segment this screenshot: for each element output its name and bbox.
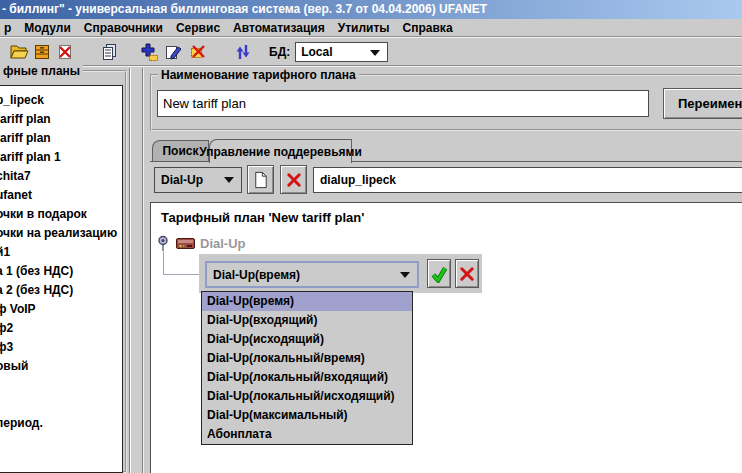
chevron-down-icon xyxy=(224,177,234,183)
menu-item-utilities[interactable]: Утилиты xyxy=(338,21,390,35)
delete-subtree-button[interactable] xyxy=(280,165,307,194)
list-item[interactable]: овый xyxy=(0,357,122,376)
tree-expand-handle-icon[interactable] xyxy=(156,234,171,252)
new-document-icon xyxy=(251,170,270,190)
list-item[interactable]: ф2 xyxy=(0,319,122,338)
window-title: - биллинг" - универсальная биллинговая с… xyxy=(2,2,487,16)
main-toolbar: БД: Local xyxy=(0,39,742,66)
modem-icon xyxy=(176,237,195,250)
tree-connector xyxy=(163,274,199,275)
node-type-select[interactable]: Dial-Up(время) xyxy=(205,261,419,288)
archive-icon xyxy=(32,42,52,62)
list-item[interactable]: а 1 (без НДС) xyxy=(0,262,122,281)
tariff-name-input[interactable] xyxy=(157,90,649,117)
node-type-selected-value: Dial-Up(время) xyxy=(213,268,300,282)
tree-connector xyxy=(163,252,164,274)
dropdown-option[interactable]: Dial-Up(максимальный) xyxy=(202,406,412,425)
list-item[interactable]: ф3 xyxy=(0,338,122,357)
db-label: БД: xyxy=(269,45,290,59)
dropdown-option[interactable]: Dial-Up(локальный/время) xyxy=(202,349,412,368)
db-selected-value: Local xyxy=(301,45,332,59)
menu-item-service[interactable]: Сервис xyxy=(176,21,220,35)
edit-icon xyxy=(163,42,183,62)
tariff-name-group-title: Наименование тарифного плана xyxy=(158,68,359,82)
menu-item-help[interactable]: Справка xyxy=(403,21,453,35)
dropdown-option[interactable]: Dial-Up(время) xyxy=(202,292,412,311)
list-item[interactable]: tariff plan xyxy=(0,129,122,148)
delete-button[interactable] xyxy=(54,41,76,63)
subtree-name-input[interactable] xyxy=(313,167,742,193)
list-item[interactable] xyxy=(0,376,122,395)
copy-icon xyxy=(99,42,119,62)
rename-button-label: Переимено xyxy=(678,96,742,111)
cancel-button[interactable] xyxy=(455,259,479,288)
list-item[interactable]: очки в подарок xyxy=(0,205,122,224)
menu-item-modules[interactable]: Модули xyxy=(24,21,70,35)
tree-node-dialup[interactable]: Dial-Up xyxy=(200,236,246,251)
copy-button[interactable] xyxy=(98,41,120,63)
add-button[interactable] xyxy=(138,41,160,63)
delete-x-icon xyxy=(285,171,303,189)
node-type-dropdown: Dial-Up(время) Dial-Up(входящий) Dial-Up… xyxy=(201,291,413,445)
dropdown-option[interactable]: Dial-Up(локальный/входящий) xyxy=(202,368,412,387)
list-item[interactable]: очки на реализацию xyxy=(0,224,122,243)
subtree-type-select[interactable]: Dial-Up xyxy=(154,167,242,193)
add-icon xyxy=(139,42,159,62)
list-item[interactable]: chita7 xyxy=(0,167,122,186)
dropdown-option[interactable]: Абонплата xyxy=(202,425,412,444)
open-icon xyxy=(9,42,29,62)
list-item[interactable]: ufanet xyxy=(0,186,122,205)
remove-button[interactable] xyxy=(186,41,208,63)
remove-icon xyxy=(187,42,207,62)
rename-button[interactable]: Переимено xyxy=(663,88,742,119)
tariff-plans-list[interactable]: p_lipeck tariff plan tariff plan tariff … xyxy=(0,85,123,473)
list-item[interactable]: а 2 (без НДС) xyxy=(0,281,122,300)
edit-button[interactable] xyxy=(162,41,184,63)
menu-item-directories[interactable]: Справочники xyxy=(84,21,163,35)
new-subtree-button[interactable] xyxy=(247,165,274,194)
list-item[interactable]: p_lipeck xyxy=(0,91,122,110)
list-item[interactable]: й1 xyxy=(0,243,122,262)
menu-item-automation[interactable]: Автоматизация xyxy=(233,21,325,35)
chevron-down-icon xyxy=(400,272,410,278)
list-item[interactable]: tariff plan xyxy=(0,110,122,129)
list-item[interactable]: период. xyxy=(0,414,122,433)
confirm-check-icon xyxy=(430,265,448,283)
tab-subtree-management-label: Управление поддеревьями xyxy=(199,145,362,159)
list-item[interactable]: tariff plan 1 xyxy=(0,148,122,167)
chevron-down-icon xyxy=(370,50,380,56)
tab-subtree-management[interactable]: Управление поддеревьями xyxy=(209,139,352,163)
dropdown-option[interactable]: Dial-Up(локальный/исходящий) xyxy=(202,387,412,406)
panel-splitter[interactable] xyxy=(130,68,143,473)
archive-button[interactable] xyxy=(31,41,53,63)
confirm-button[interactable] xyxy=(427,259,451,288)
list-item[interactable]: ф VoIP xyxy=(0,300,122,319)
dropdown-option[interactable]: Dial-Up(исходящий) xyxy=(202,330,412,349)
refresh-icon xyxy=(233,42,253,62)
cancel-x-icon xyxy=(458,265,476,283)
db-select[interactable]: Local xyxy=(295,42,388,62)
subtree-type-value: Dial-Up xyxy=(161,173,203,187)
dropdown-option[interactable]: Dial-Up(входящий) xyxy=(202,311,412,330)
list-item[interactable] xyxy=(0,395,122,414)
tab-search-label: Поиск xyxy=(162,144,198,158)
menu-bar: р Модули Справочники Сервис Автоматизаци… xyxy=(0,19,742,37)
window-titlebar[interactable]: - биллинг" - универсальная биллинговая с… xyxy=(0,0,742,19)
delete-doc-icon xyxy=(55,42,75,62)
tree-heading: Тарифный план 'New tariff plan' xyxy=(161,210,364,225)
menu-item-cropped[interactable]: р xyxy=(4,21,11,35)
refresh-button[interactable] xyxy=(232,41,254,63)
open-button[interactable] xyxy=(8,41,30,63)
tariff-plans-group-title: фные планы xyxy=(0,64,83,78)
